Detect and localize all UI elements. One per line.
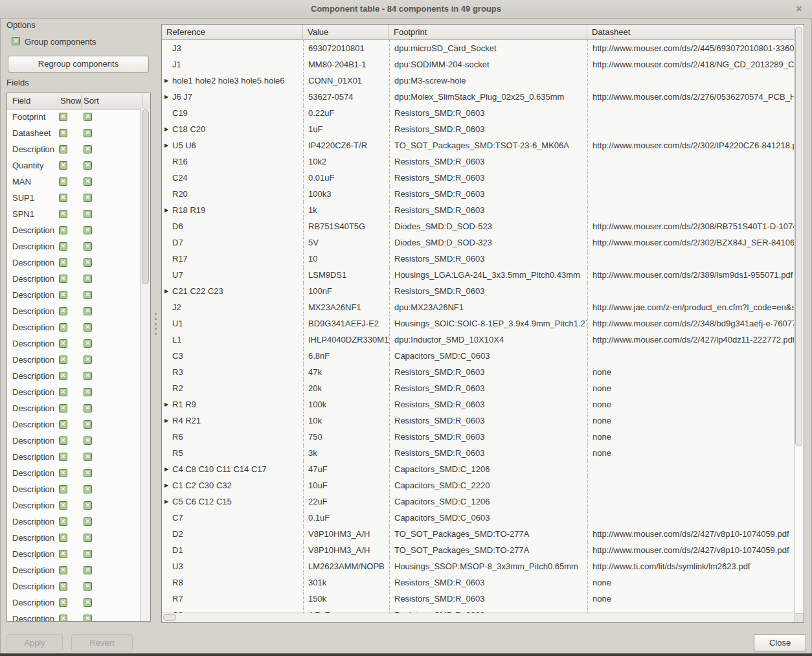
show-checkbox[interactable]: ✕ bbox=[59, 129, 67, 137]
table-row[interactable]: C240.01uFResistors_SMD:R_0603 bbox=[162, 170, 795, 186]
sort-checkbox[interactable]: ✕ bbox=[84, 194, 92, 202]
show-checkbox[interactable]: ✕ bbox=[59, 582, 67, 591]
sort-checkbox[interactable]: ✕ bbox=[84, 323, 92, 332]
table-row[interactable]: ▶J6 J753627-0574dpu:Molex_SlimStack_Plug… bbox=[162, 89, 795, 105]
table-row[interactable]: R1610k2Resistors_SMD:R_0603 bbox=[162, 153, 795, 170]
table-row[interactable]: L1IHLP4040DZR330M11dpu:Inductor_SMD_10X1… bbox=[162, 332, 795, 348]
show-checkbox[interactable]: ✕ bbox=[59, 210, 67, 218]
expand-arrow-icon[interactable]: ▶ bbox=[164, 493, 168, 510]
expand-arrow-icon[interactable]: ▶ bbox=[164, 396, 168, 413]
show-checkbox[interactable]: ✕ bbox=[59, 307, 67, 315]
sort-checkbox[interactable]: ✕ bbox=[84, 485, 92, 493]
expand-arrow-icon[interactable]: ▶ bbox=[164, 73, 168, 89]
sort-checkbox[interactable]: ✕ bbox=[84, 226, 92, 234]
expand-arrow-icon[interactable]: ▶ bbox=[164, 477, 168, 493]
expand-arrow-icon[interactable]: ▶ bbox=[164, 89, 168, 105]
table-row[interactable]: R53kResistors_SMD:R_0603none bbox=[162, 445, 795, 461]
show-checkbox[interactable]: ✕ bbox=[59, 275, 67, 283]
show-checkbox[interactable]: ✕ bbox=[59, 420, 67, 429]
show-checkbox[interactable]: ✕ bbox=[59, 404, 67, 413]
sort-checkbox[interactable]: ✕ bbox=[84, 113, 92, 121]
table-row[interactable]: C70.1uFCapacitors_SMD:C_0603 bbox=[162, 510, 795, 526]
horizontal-scrollbar-thumb[interactable] bbox=[163, 614, 176, 621]
show-checkbox[interactable]: ✕ bbox=[59, 291, 67, 299]
table-row[interactable]: R8301kResistors_SMD:R_0603none bbox=[162, 574, 795, 591]
sort-checkbox[interactable]: ✕ bbox=[84, 517, 92, 526]
fields-column-show[interactable]: Show bbox=[60, 93, 82, 108]
fields-scrollbar-thumb[interactable] bbox=[142, 109, 149, 284]
sort-checkbox[interactable]: ✕ bbox=[84, 453, 92, 461]
sort-checkbox[interactable]: ✕ bbox=[84, 598, 92, 607]
table-row[interactable]: U3LM2623AMM/NOPBHousings_SSOP:MSOP-8_3x3… bbox=[162, 558, 795, 574]
table-row[interactable]: ▶C4 C8 C10 C11 C14 C1747uFCapacitors_SMD… bbox=[162, 461, 795, 477]
table-row[interactable]: J3693072010801dpu:microSD_Card_Sockethtt… bbox=[162, 40, 795, 56]
show-checkbox[interactable]: ✕ bbox=[59, 372, 67, 380]
fields-scrollbar[interactable] bbox=[141, 109, 150, 621]
expand-arrow-icon[interactable]: ▶ bbox=[164, 202, 168, 218]
show-checkbox[interactable]: ✕ bbox=[59, 339, 67, 348]
show-checkbox[interactable]: ✕ bbox=[59, 517, 67, 526]
fields-column-field[interactable]: Field bbox=[12, 93, 30, 108]
sort-checkbox[interactable]: ✕ bbox=[84, 372, 92, 380]
sort-checkbox[interactable]: ✕ bbox=[84, 566, 92, 574]
show-checkbox[interactable]: ✕ bbox=[59, 550, 67, 558]
show-checkbox[interactable]: ✕ bbox=[59, 598, 67, 607]
column-header-footprint[interactable]: Footprint bbox=[389, 25, 587, 40]
table-row[interactable]: U7LSM9DS1Housings_LGA:LGA-24L_3x3.5mm_Pi… bbox=[162, 267, 795, 283]
column-header-reference[interactable]: Reference bbox=[162, 25, 303, 40]
sort-checkbox[interactable]: ✕ bbox=[84, 258, 92, 267]
sort-checkbox[interactable]: ✕ bbox=[84, 582, 92, 591]
close-button[interactable]: Close bbox=[754, 634, 806, 651]
table-row[interactable]: ▶C21 C22 C23100nFResistors_SMD:R_0603 bbox=[162, 283, 795, 299]
table-row[interactable]: ▶hole1 hole2 hole3 hole5 hole6CONN_01X01… bbox=[162, 73, 795, 89]
sort-checkbox[interactable]: ✕ bbox=[84, 129, 92, 137]
table-row[interactable]: R20100k3Resistors_SMD:R_0603 bbox=[162, 186, 795, 202]
sort-checkbox[interactable]: ✕ bbox=[84, 242, 92, 251]
sort-checkbox[interactable]: ✕ bbox=[84, 210, 92, 218]
vertical-scrollbar[interactable] bbox=[794, 25, 804, 613]
sort-checkbox[interactable]: ✕ bbox=[84, 307, 92, 315]
sort-checkbox[interactable]: ✕ bbox=[84, 436, 92, 445]
table-row[interactable]: ▶C1 C2 C30 C3210uFCapacitors_SMD:C_2220 bbox=[162, 477, 795, 493]
table-row[interactable]: ▶R4 R2110kResistors_SMD:R_0603none bbox=[162, 413, 795, 429]
sort-checkbox[interactable]: ✕ bbox=[84, 404, 92, 413]
table-row[interactable]: D75VDiodes_SMD:D_SOD-323http://www.mouse… bbox=[162, 234, 795, 251]
table-row[interactable]: D1V8P10HM3_A/HTO_SOT_Packages_SMD:TO-277… bbox=[162, 542, 795, 558]
show-checkbox[interactable]: ✕ bbox=[59, 194, 67, 202]
sort-checkbox[interactable]: ✕ bbox=[84, 550, 92, 558]
table-row[interactable]: ▶C18 C201uFResistors_SMD:R_0603 bbox=[162, 121, 795, 137]
sort-checkbox[interactable]: ✕ bbox=[84, 161, 92, 170]
expand-arrow-icon[interactable]: ▶ bbox=[164, 461, 168, 477]
column-header-value[interactable]: Value bbox=[303, 25, 389, 40]
fields-column-sort[interactable]: Sort bbox=[84, 93, 99, 108]
table-row[interactable]: D6RB751S40T5GDiodes_SMD:D_SOD-523http://… bbox=[162, 218, 795, 234]
panel-splitter-handle[interactable] bbox=[153, 313, 157, 335]
sort-checkbox[interactable]: ✕ bbox=[84, 177, 92, 186]
show-checkbox[interactable]: ✕ bbox=[59, 615, 67, 621]
sort-checkbox[interactable]: ✕ bbox=[84, 291, 92, 299]
expand-arrow-icon[interactable]: ▶ bbox=[164, 121, 168, 137]
show-checkbox[interactable]: ✕ bbox=[59, 356, 67, 364]
show-checkbox[interactable]: ✕ bbox=[59, 242, 67, 251]
show-checkbox[interactable]: ✕ bbox=[59, 534, 67, 542]
show-checkbox[interactable]: ✕ bbox=[59, 177, 67, 186]
regroup-components-button[interactable]: Regroup components bbox=[8, 56, 149, 73]
window-close-icon[interactable]: × bbox=[793, 3, 806, 16]
show-checkbox[interactable]: ✕ bbox=[59, 453, 67, 461]
show-checkbox[interactable]: ✕ bbox=[59, 258, 67, 267]
table-row[interactable]: ▶R1 R9100kResistors_SMD:R_0603none bbox=[162, 396, 795, 413]
show-checkbox[interactable]: ✕ bbox=[59, 566, 67, 574]
show-checkbox[interactable]: ✕ bbox=[59, 388, 67, 396]
table-row[interactable]: R1710Resistors_SMD:R_0603 bbox=[162, 251, 795, 267]
show-checkbox[interactable]: ✕ bbox=[59, 436, 67, 445]
expand-arrow-icon[interactable]: ▶ bbox=[164, 413, 168, 429]
table-row[interactable]: R347kResistors_SMD:R_0603none bbox=[162, 364, 795, 380]
show-checkbox[interactable]: ✕ bbox=[59, 226, 67, 234]
column-header-datasheet[interactable]: Datasheet bbox=[587, 25, 795, 40]
table-row[interactable]: ▶R18 R191kResistors_SMD:R_0603 bbox=[162, 202, 795, 218]
show-checkbox[interactable]: ✕ bbox=[59, 469, 67, 477]
sort-checkbox[interactable]: ✕ bbox=[84, 339, 92, 348]
sort-checkbox[interactable]: ✕ bbox=[84, 275, 92, 283]
sort-checkbox[interactable]: ✕ bbox=[84, 469, 92, 477]
table-row[interactable]: J1MM80-204B1-1dpu:SODIMM-204-sockethttp:… bbox=[162, 56, 795, 73]
